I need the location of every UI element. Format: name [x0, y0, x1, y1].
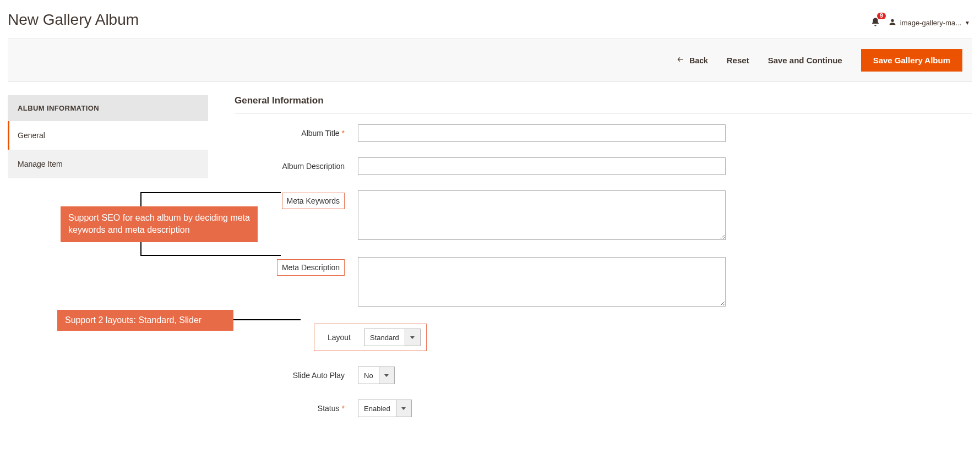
action-bar: Back Reset Save and Continue Save Galler… — [8, 39, 972, 82]
bell-icon — [870, 20, 880, 29]
page-title: New Gallery Album — [8, 11, 139, 29]
status-select[interactable]: Enabled — [358, 400, 412, 417]
slide-auto-play-label: Slide Auto Play — [235, 367, 345, 380]
connector-line — [140, 193, 141, 206]
slide-auto-play-select[interactable]: No — [358, 367, 395, 384]
meta-keywords-label: Meta Keywords — [282, 193, 345, 209]
chevron-down-icon — [379, 367, 394, 384]
save-button[interactable]: Save Gallery Album — [861, 49, 962, 72]
status-label: Status* — [235, 400, 345, 413]
layout-row-highlight: Layout Standard — [314, 324, 427, 351]
sidebar: ALBUM INFORMATION General Manage Item — [8, 95, 208, 433]
account-menu[interactable]: image-gallery-ma... ▼ — [888, 18, 970, 28]
album-description-label: Album Description — [235, 157, 345, 171]
tab-manage-item[interactable]: Manage Item — [8, 150, 208, 178]
status-value: Enabled — [358, 400, 396, 417]
account-username: image-gallery-ma... — [900, 19, 961, 27]
layout-select[interactable]: Standard — [364, 329, 421, 346]
arrow-left-icon — [676, 56, 685, 65]
section-title: General Information — [235, 95, 972, 113]
tab-general[interactable]: General — [8, 121, 208, 150]
sidebar-title: ALBUM INFORMATION — [8, 95, 208, 121]
reset-button[interactable]: Reset — [727, 56, 749, 65]
user-icon — [888, 18, 897, 28]
back-button[interactable]: Back — [676, 56, 707, 65]
notifications-button[interactable]: 9 — [870, 17, 880, 29]
meta-description-input[interactable] — [358, 257, 726, 307]
connector-line — [140, 192, 281, 193]
back-label: Back — [689, 56, 707, 65]
notification-badge: 9 — [877, 13, 886, 19]
connector-line — [140, 255, 281, 256]
save-continue-button[interactable]: Save and Continue — [768, 56, 842, 65]
album-title-label: Album Title* — [235, 124, 345, 138]
layout-value: Standard — [364, 329, 405, 346]
meta-description-label: Meta Description — [277, 259, 345, 276]
chevron-down-icon — [396, 400, 411, 417]
album-description-input[interactable] — [358, 157, 726, 175]
chevron-down-icon: ▼ — [965, 20, 970, 26]
album-title-input[interactable] — [358, 124, 726, 142]
slide-auto-play-value: No — [358, 367, 379, 384]
annotation-seo: Support SEO for each album by deciding m… — [61, 206, 258, 242]
annotation-layout: Support 2 layouts: Standard, Slider — [57, 310, 233, 331]
connector-line — [233, 319, 301, 320]
meta-keywords-input[interactable] — [358, 190, 726, 240]
chevron-down-icon — [405, 329, 420, 346]
layout-label: Layout — [320, 333, 351, 342]
